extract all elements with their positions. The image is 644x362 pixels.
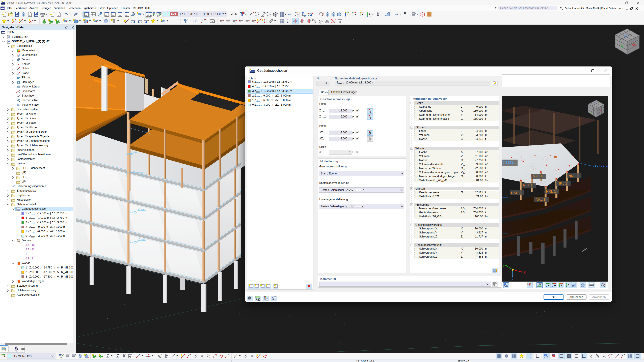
svg-text:fx: fx bbox=[272, 297, 274, 300]
svg-text:NKL 1: NKL 1 bbox=[558, 181, 567, 185]
svg-text:X: X bbox=[523, 271, 526, 275]
svg-text:-y: -y bbox=[590, 111, 592, 113]
svg-text:Y: Y bbox=[502, 264, 505, 268]
svg-text:NKL 1: NKL 1 bbox=[568, 174, 578, 178]
svg-text:?: ? bbox=[248, 297, 250, 300]
svg-text:0.00: 0.00 bbox=[256, 298, 260, 301]
svg-text:NKL 1: NKL 1 bbox=[546, 189, 556, 193]
svg-text:Z: Z bbox=[511, 278, 514, 282]
svg-text:-12.000 m: -12.000 m bbox=[593, 164, 608, 168]
svg-text:NKL 1: NKL 1 bbox=[511, 191, 521, 195]
svg-text:NKL 1: NKL 1 bbox=[523, 183, 533, 187]
svg-text:NKL 1: NKL 1 bbox=[533, 174, 542, 178]
svg-text:NKL 1: NKL 1 bbox=[536, 197, 546, 201]
svg-text:-x: -x bbox=[599, 109, 601, 111]
svg-text:7.125 t: 7.125 t bbox=[503, 161, 513, 164]
svg-text:1 - Global XYZ: 1 - Global XYZ bbox=[14, 355, 32, 358]
svg-text:A: A bbox=[264, 298, 265, 301]
